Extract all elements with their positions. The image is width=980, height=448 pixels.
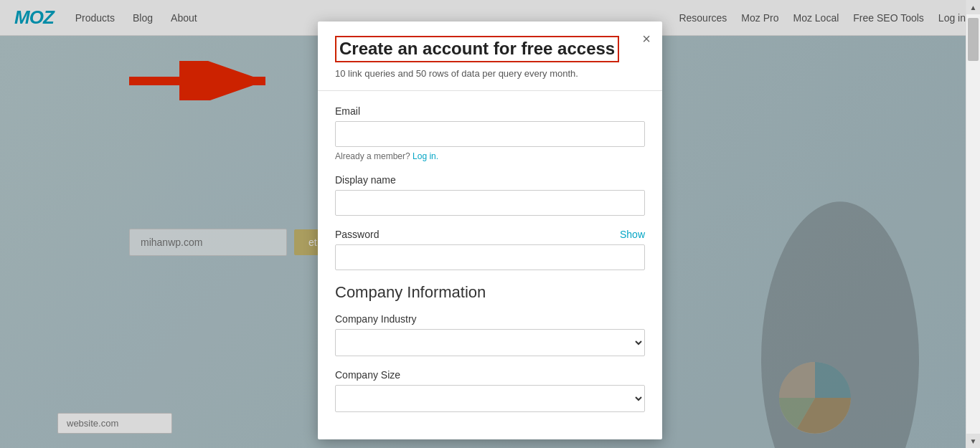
company-industry-select[interactable]: Technology Marketing Finance Healthcare … [335, 329, 645, 356]
modal-header: Create an account for free access 10 lin… [318, 22, 662, 91]
modal-body: Email Already a member? Log in. Display … [318, 91, 662, 439]
page-scrollbar: ▲ ▼ [966, 0, 980, 448]
already-member-text: Already a member? Log in. [335, 151, 645, 161]
display-name-field[interactable] [335, 190, 645, 216]
scrollbar-up[interactable]: ▲ [966, 0, 980, 14]
modal: Create an account for free access 10 lin… [318, 22, 662, 439]
show-password-button[interactable]: Show [620, 229, 645, 240]
modal-title: Create an account for free access [335, 36, 619, 62]
email-label: Email [335, 105, 645, 117]
company-industry-label: Company Industry [335, 313, 645, 325]
display-name-group: Display name [335, 174, 645, 216]
login-link[interactable]: Log in. [413, 151, 438, 161]
company-size-group: Company Size 1-10 11-50 51-200 201-500 5… [335, 369, 645, 412]
company-section-title: Company Information [335, 283, 645, 302]
email-field[interactable] [335, 121, 645, 147]
scrollbar-track [966, 14, 980, 434]
scrollbar-down[interactable]: ▼ [966, 434, 980, 448]
password-row: Password Show [335, 229, 645, 240]
display-name-label: Display name [335, 174, 645, 186]
company-size-select[interactable]: 1-10 11-50 51-200 201-500 500+ [335, 385, 645, 412]
scrollbar-thumb[interactable] [968, 18, 979, 61]
modal-close-button[interactable]: × [642, 32, 651, 46]
password-group: Password Show [335, 229, 645, 270]
company-industry-group: Company Industry Technology Marketing Fi… [335, 313, 645, 356]
modal-subtitle: 10 link queries and 50 rows of data per … [335, 68, 645, 79]
red-arrow [122, 61, 280, 103]
password-label: Password [335, 229, 379, 240]
email-group: Email Already a member? Log in. [335, 105, 645, 161]
password-field[interactable] [335, 244, 645, 270]
company-size-label: Company Size [335, 369, 645, 381]
